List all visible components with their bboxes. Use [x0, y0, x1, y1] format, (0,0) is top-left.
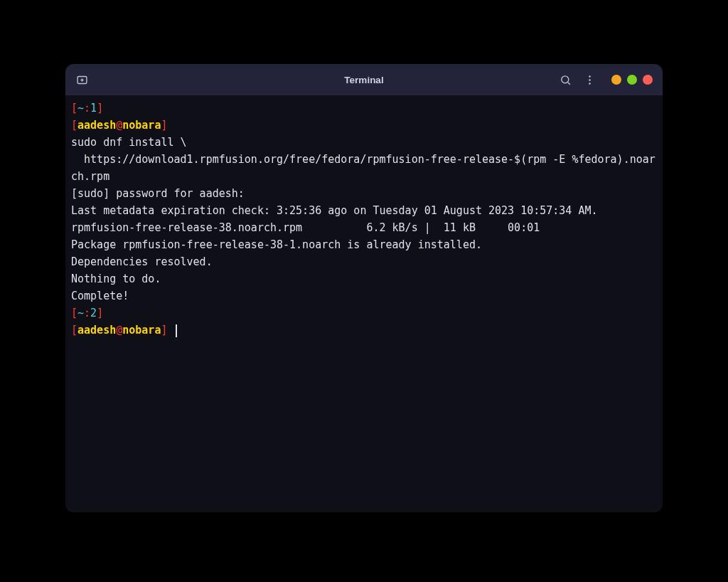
- output-line: Last metadata expiration check: 3:25:36 …: [71, 204, 598, 217]
- prompt-bracket: [: [71, 102, 77, 115]
- output-line: Package rpmfusion-free-release-38-1.noar…: [71, 238, 482, 251]
- close-button[interactable]: [643, 75, 653, 85]
- prompt-num: 1: [90, 102, 97, 115]
- window-title: Terminal: [344, 75, 383, 85]
- prompt-bracket: [: [71, 119, 77, 132]
- output-line: rpmfusion-free-release-38.noarch.rpm 6.2…: [71, 221, 540, 234]
- output-line: [sudo] password for aadesh:: [71, 187, 245, 200]
- prompt-bracket: ]: [97, 307, 103, 319]
- svg-point-7: [589, 83, 591, 85]
- prompt-bracket: ]: [161, 119, 167, 132]
- prompt-num: 2: [90, 307, 97, 319]
- new-tab-icon[interactable]: [75, 73, 88, 86]
- output-line: Complete!: [71, 290, 129, 302]
- svg-point-5: [589, 75, 591, 78]
- command-line: sudo dnf install \: [71, 136, 187, 149]
- prompt-bracket: [: [71, 307, 77, 319]
- maximize-button[interactable]: [627, 75, 637, 85]
- minimize-button[interactable]: [611, 75, 621, 85]
- output-line: Dependencies resolved.: [71, 255, 213, 268]
- prompt-colon: :: [84, 102, 90, 115]
- titlebar-right: [559, 73, 653, 86]
- search-icon[interactable]: [559, 73, 572, 86]
- titlebar-left: [75, 73, 146, 86]
- titlebar: Terminal: [65, 64, 663, 95]
- cursor: [176, 324, 177, 337]
- terminal-window: Terminal [~:1] [aadesh@no: [65, 64, 663, 512]
- prompt-at: @: [116, 324, 122, 337]
- prompt-bracket: ]: [97, 102, 103, 115]
- command-line: https://download1.rpmfusion.org/free/fed…: [71, 153, 655, 183]
- output-line: Nothing to do.: [71, 273, 161, 285]
- prompt-colon: :: [84, 307, 90, 319]
- prompt-bracket: ]: [161, 324, 167, 337]
- prompt-host: nobara: [122, 119, 161, 132]
- prompt-at: @: [116, 119, 122, 132]
- kebab-menu-icon[interactable]: [583, 73, 596, 86]
- svg-point-6: [589, 79, 591, 81]
- svg-line-4: [567, 82, 569, 84]
- svg-point-3: [561, 75, 568, 83]
- prompt-host: nobara: [122, 324, 161, 337]
- prompt-cwd: ~: [77, 102, 84, 115]
- prompt-cwd: ~: [77, 307, 84, 319]
- prompt-user: aadesh: [77, 324, 116, 337]
- prompt-bracket: [: [71, 324, 77, 337]
- window-controls: [611, 75, 653, 85]
- prompt-user: aadesh: [77, 119, 116, 132]
- terminal-body[interactable]: [~:1] [aadesh@nobara] sudo dnf install \…: [65, 95, 663, 512]
